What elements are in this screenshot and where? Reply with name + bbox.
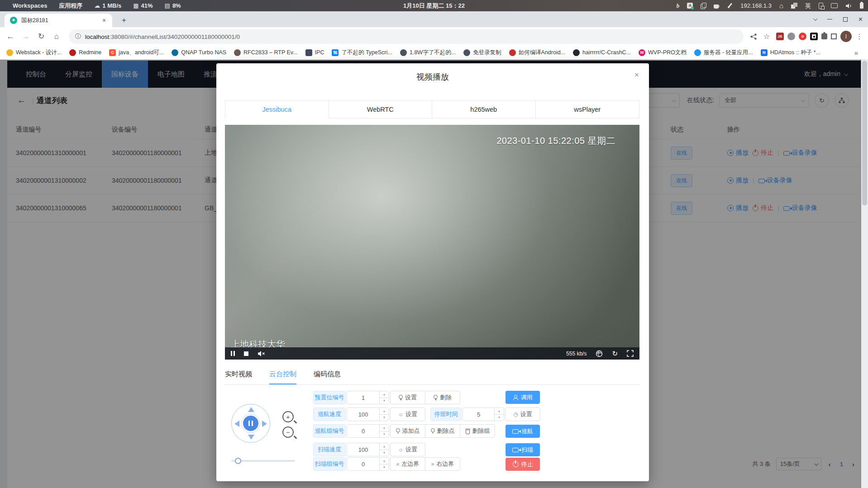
ip-address[interactable]: 192.168.1.3 xyxy=(740,2,772,9)
applications-button[interactable]: 应用程序 xyxy=(59,2,82,10)
page-scrollbar[interactable] xyxy=(861,60,868,488)
home-icon[interactable]: ⌂ xyxy=(779,2,783,9)
window-chevron-icon[interactable] xyxy=(813,16,818,21)
bookmark-item[interactable]: Cjava、android可... xyxy=(109,49,164,57)
scan-button[interactable]: 扫描 xyxy=(506,443,540,456)
ptz-joystick[interactable] xyxy=(231,404,270,443)
stay-time-set-button[interactable]: ◷设置 xyxy=(505,407,540,421)
forward-button[interactable]: → xyxy=(20,32,32,41)
preset-call-button[interactable]: 调用 xyxy=(506,391,540,404)
slider-handle[interactable] xyxy=(235,458,241,464)
site-info-icon[interactable]: ⓘ xyxy=(75,33,81,41)
cpu-indicator[interactable]: ▦ 41% xyxy=(133,2,153,9)
cruise-button[interactable]: 巡航 xyxy=(506,425,540,438)
preset-delete-button[interactable]: 删除 xyxy=(425,391,460,404)
bookmark-item[interactable]: 免登录复制 xyxy=(463,49,501,57)
right-boundary-button[interactable]: »右边界 xyxy=(425,457,460,471)
ptz-down-arrow[interactable] xyxy=(248,435,254,440)
browser-tab[interactable]: 国标28181 × xyxy=(5,14,112,27)
ptz-stop-button[interactable]: 停止 xyxy=(506,458,540,471)
extension-qr-icon[interactable] xyxy=(810,33,818,40)
player-tab-编码信息[interactable]: 编码信息 xyxy=(314,370,341,384)
bookmark-item[interactable]: NHDAtmos :: 种子 *... xyxy=(761,49,820,57)
maximize-button[interactable] xyxy=(843,17,848,22)
engine-tab-h265web[interactable]: h265web xyxy=(432,101,536,118)
bookmark-item[interactable]: hairrrrr/C-CrashC... xyxy=(573,49,631,56)
zoom-out-button[interactable]: − xyxy=(282,426,294,438)
number-stepper[interactable]: ▲▼ xyxy=(379,425,389,437)
cruise-speed-set-button[interactable]: ☼设置 xyxy=(390,407,425,421)
pause-button[interactable] xyxy=(231,351,232,356)
reload-button[interactable]: ↻ xyxy=(35,32,47,41)
mute-icon[interactable] xyxy=(258,351,265,357)
clock[interactable]: 1月10日 星期二 15：22 xyxy=(403,2,465,10)
back-button[interactable]: ← xyxy=(5,32,16,41)
app-tray-icon[interactable]: A xyxy=(687,3,693,9)
profile-avatar[interactable]: I xyxy=(840,31,852,42)
bookmark-item[interactable]: QNAP Turbo NAS xyxy=(172,49,226,56)
bookmark-item[interactable]: IPC xyxy=(305,49,324,56)
player-tab-云台控制[interactable]: 云台控制 xyxy=(269,370,296,384)
bookmark-item[interactable]: 1.8W字了不起的... xyxy=(400,49,456,57)
address-bar[interactable]: ⓘ localhost:38080/#/channelList/34020000… xyxy=(69,29,744,44)
ptz-speed-slider[interactable] xyxy=(231,460,295,462)
scan-speed-input[interactable]: 100 ▲▼ xyxy=(347,443,389,456)
bookmark-item[interactable]: RFC2833 – RTP Ev... xyxy=(234,49,298,56)
delete-point-button[interactable]: 删除点 xyxy=(425,424,460,438)
extension-adblock-icon[interactable]: ⊘ xyxy=(799,33,806,40)
video-canvas[interactable]: 2023-01-10 15:22:05 星期二 上地科技大华 555 kb/s … xyxy=(225,125,639,360)
bookmark-item[interactable]: WWVP-PRO文档 xyxy=(639,49,687,57)
snapshot-aperture-icon[interactable] xyxy=(596,350,603,357)
stay-time-input[interactable]: 5 ▲▼ xyxy=(463,407,504,421)
ptz-left-arrow[interactable] xyxy=(234,421,239,427)
tool-tray-icon[interactable] xyxy=(727,3,733,9)
extension-robber-icon[interactable] xyxy=(787,33,795,40)
fullscreen-icon[interactable] xyxy=(627,350,634,357)
new-tab-button[interactable]: + xyxy=(119,15,129,26)
share-icon[interactable] xyxy=(750,33,757,40)
extensions-puzzle-icon[interactable] xyxy=(821,33,827,39)
input-method-indicator[interactable]: 英 xyxy=(805,2,811,10)
window-switcher-icon[interactable] xyxy=(791,3,797,9)
bookmark-item[interactable]: Webstack - 设计... xyxy=(6,49,62,57)
battery-icon[interactable] xyxy=(860,3,863,9)
bookmark-item[interactable]: 知了不起的 TypeScri... xyxy=(332,49,392,57)
player-tab-实时视频[interactable]: 实时视频 xyxy=(225,370,252,384)
coffee-tray-icon[interactable] xyxy=(714,3,720,9)
engine-tab-Jessibuca[interactable]: Jessibuca xyxy=(225,101,329,118)
ptz-right-arrow[interactable] xyxy=(262,421,267,427)
number-stepper[interactable]: ▲▼ xyxy=(379,458,389,470)
bing-tray-icon[interactable]: b xyxy=(677,3,680,9)
scan-group-input[interactable]: 0 ▲▼ xyxy=(347,457,389,471)
left-boundary-button[interactable]: «左边界 xyxy=(390,457,425,471)
ptz-up-arrow[interactable] xyxy=(248,407,254,412)
bookmark-star-icon[interactable]: ☆ xyxy=(761,32,773,41)
extension-square-icon[interactable] xyxy=(831,33,837,39)
engine-tab-wsPlayer[interactable]: wsPlayer xyxy=(536,101,639,118)
cruise-group-input[interactable]: 0 ▲▼ xyxy=(347,424,389,438)
memory-indicator[interactable]: ▤ 8% xyxy=(165,2,181,9)
bookmarks-overflow-icon[interactable]: » xyxy=(854,49,862,57)
browser-menu-icon[interactable]: ⋮ xyxy=(855,33,863,41)
bookmark-item[interactable]: Redmine xyxy=(69,49,101,56)
number-stepper[interactable]: ▲▼ xyxy=(379,391,389,404)
display-icon[interactable] xyxy=(831,3,838,8)
bookmark-item[interactable]: 服务器 - 轻量应用... xyxy=(694,49,753,57)
zoom-in-button[interactable]: + xyxy=(282,411,294,422)
clipboard-tray-icon[interactable] xyxy=(701,3,706,9)
volume-icon[interactable] xyxy=(845,3,852,9)
extension-js-icon[interactable]: JS xyxy=(776,33,784,40)
stop-button[interactable] xyxy=(244,351,248,356)
network-indicator[interactable]: ☁ 1 MB/s xyxy=(94,2,121,9)
refresh-icon[interactable]: ↻ xyxy=(612,350,618,357)
number-stepper[interactable]: ▲▼ xyxy=(379,443,389,456)
close-window-button[interactable]: × xyxy=(858,15,863,24)
ptz-pause-button[interactable] xyxy=(243,416,258,431)
phone-screen-icon[interactable] xyxy=(819,3,823,9)
scan-speed-set-button[interactable]: ☼设置 xyxy=(390,443,425,456)
scrollbar-thumb[interactable] xyxy=(862,61,867,205)
preset-set-button[interactable]: 设置 xyxy=(390,391,425,404)
minimize-button[interactable] xyxy=(827,19,832,20)
number-stepper[interactable]: ▲▼ xyxy=(379,408,389,421)
tab-close-icon[interactable]: × xyxy=(100,17,108,24)
